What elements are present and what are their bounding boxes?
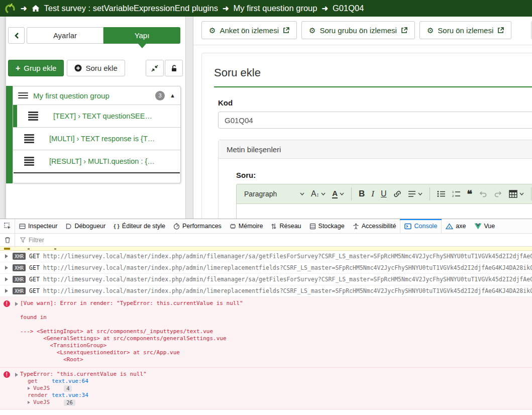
chevron-down-icon: [321, 192, 326, 195]
tab-console[interactable]: Console: [400, 219, 442, 233]
expand-triangle-icon[interactable]: [5, 289, 8, 293]
toolbar-separator: [531, 187, 531, 200]
question-richtext-editor[interactable]: [236, 204, 532, 219]
home-icon[interactable]: [32, 5, 40, 12]
tab-accessibility[interactable]: Accessibilité: [349, 219, 400, 233]
align-dropdown[interactable]: [405, 186, 425, 201]
console-network-row[interactable]: XHR GET http://limesurvey.local/master/i…: [0, 262, 532, 274]
tab-storage[interactable]: Stockage: [305, 219, 349, 233]
insert-table-dropdown[interactable]: [506, 186, 526, 201]
filter-icon: [20, 237, 26, 243]
survey-preview-button[interactable]: ⚙ Anket ön izlemesi: [201, 21, 297, 39]
question-item-label: [TEXT] › TEXT questionSEE…: [53, 112, 152, 120]
expand-triangle-icon[interactable]: [28, 387, 30, 390]
question-group-title[interactable]: My first question group: [33, 91, 155, 100]
tab-network[interactable]: Réseau: [267, 219, 305, 233]
lock-organize-button[interactable]: [165, 60, 183, 76]
question-preview-button[interactable]: ⚙ Soru ön izlemesi: [419, 21, 511, 39]
link-button[interactable]: [391, 186, 404, 201]
sidebar-tabs: Ayarlar Yapı: [27, 27, 180, 44]
expand-triangle-icon[interactable]: [5, 277, 8, 281]
add-group-button[interactable]: + Grup ekle: [8, 60, 64, 76]
drag-handle-icon[interactable]: [18, 92, 28, 99]
font-color-dropdown[interactable]: A: [330, 186, 347, 201]
memory-icon: [230, 223, 236, 230]
limesurvey-logo-icon: [4, 3, 16, 15]
tab-axe[interactable]: axe: [442, 219, 470, 233]
text-components-header[interactable]: Metin bileşenleri: [219, 140, 532, 159]
gear-icon: ⚙: [309, 27, 315, 34]
xhr-badge: XHR: [13, 253, 26, 260]
tab-structure[interactable]: Yapı: [103, 27, 180, 44]
font-size-dropdown[interactable]: A↕: [308, 186, 328, 201]
pick-element-button[interactable]: [0, 219, 15, 233]
numbered-list-button[interactable]: 1 2: [450, 186, 463, 201]
console-network-row[interactable]: XHR GET http://limesurvey.local/master/i…: [0, 251, 532, 262]
collapse-caret-icon[interactable]: ▲: [170, 92, 175, 98]
tab-vue[interactable]: Vue: [470, 219, 499, 233]
console-error-typeerror[interactable]: ! TypeError: "this.currentValue is null"…: [0, 368, 532, 409]
blockquote-button[interactable]: ❝: [465, 186, 475, 201]
console-error-vue-warn[interactable]: ! [Vue warn]: Error in render: "TypeErro…: [0, 297, 532, 368]
group-accent-bar: [6, 86, 13, 183]
source-link[interactable]: text.vue:34: [52, 392, 88, 399]
console-input-row[interactable]: »: [0, 409, 532, 415]
page-title: Soru ekle: [214, 66, 532, 87]
italic-button[interactable]: I: [369, 186, 377, 201]
expand-triangle-icon[interactable]: [28, 401, 30, 404]
request-url[interactable]: http://limesurvey.local/master/index.php…: [43, 287, 532, 294]
expand-triangle-icon[interactable]: [15, 302, 18, 306]
expand-triangle-icon[interactable]: [5, 266, 8, 270]
breadcrumb-group[interactable]: My first question group: [234, 4, 317, 13]
console-network-row[interactable]: XHR GET http://limesurvey.local/master/i…: [0, 274, 532, 285]
console-network-row[interactable]: XHR GET http://limesurvey.local/master/i…: [0, 285, 532, 297]
stack-frame-collapsed[interactable]: VueJS 26: [28, 399, 532, 406]
tab-memory[interactable]: Mémoire: [226, 219, 267, 233]
question-item[interactable]: [MULTI] › TEXT response is {T…: [13, 127, 180, 150]
breadcrumb-arrow-icon: ➜: [322, 5, 328, 12]
expand-triangle-icon[interactable]: [5, 254, 8, 258]
drag-handle-icon[interactable]: [24, 134, 34, 143]
drag-handle-icon[interactable]: [24, 157, 34, 166]
console-filter-input[interactable]: [29, 237, 179, 244]
preview-toolbar: ⚙ Anket ön izlemesi ⚙ Soru grubu ön izle…: [193, 17, 532, 39]
stack-frame-collapsed[interactable]: VueJS 4: [28, 385, 532, 392]
gear-icon: ⚙: [427, 27, 434, 34]
chevron-down-icon: [340, 192, 344, 195]
add-question-button[interactable]: Soru ekle: [67, 60, 125, 76]
expand-triangle-icon[interactable]: [15, 373, 18, 377]
breadcrumb-survey[interactable]: Test survey : setVariableExpressionEnd p…: [44, 4, 218, 13]
sidebar-collapse-button[interactable]: [8, 27, 25, 44]
vue-icon: [474, 223, 482, 230]
tab-inspector[interactable]: Inspecteur: [15, 219, 61, 233]
bold-button[interactable]: B: [356, 186, 367, 201]
stack-trace: get text.vue:64 VueJS 4 render text.vue:…: [28, 378, 532, 409]
undo-button[interactable]: [476, 186, 490, 201]
question-preview-label: Soru ön izlemesi: [438, 26, 493, 35]
tab-performance[interactable]: Performances: [169, 219, 226, 233]
bulleted-list-button[interactable]: [435, 186, 448, 201]
drag-handle-icon[interactable]: [28, 112, 38, 121]
collapse-all-button[interactable]: [146, 60, 164, 76]
redo-button[interactable]: [491, 186, 505, 201]
tab-debugger[interactable]: Débogueur: [61, 219, 110, 233]
divider: [193, 45, 532, 45]
clear-console-button[interactable]: [0, 234, 15, 246]
console-warning-row-clipped[interactable]: [0, 247, 532, 251]
request-url[interactable]: http://limesurvey.local/master/index.php…: [43, 276, 532, 283]
performance-icon: [173, 223, 180, 230]
request-url[interactable]: http://limesurvey.local/master/index.php…: [43, 253, 532, 260]
tab-style-editor[interactable]: { } Éditeur de style: [110, 219, 169, 233]
question-item[interactable]: [RESULT] › MULTI.question : {…: [13, 150, 180, 172]
tab-settings[interactable]: Ayarlar: [27, 27, 103, 44]
question-code-input[interactable]: [218, 112, 532, 129]
request-url[interactable]: http://limesurvey.local/master/index.php…: [43, 264, 532, 271]
breadcrumb-question[interactable]: G01Q04: [333, 4, 364, 13]
sidebar-actions: + Grup ekle Soru ekle: [8, 60, 183, 76]
group-preview-button[interactable]: ⚙ Soru grubu ön izlemesi: [301, 21, 415, 39]
underline-button[interactable]: U: [378, 186, 389, 201]
source-link[interactable]: text.vue:64: [52, 378, 88, 385]
question-item[interactable]: [TEXT] › TEXT questionSEE…: [13, 105, 180, 127]
question-group-header[interactable]: My first question group 3 ▲: [13, 86, 180, 105]
paragraph-style-dropdown[interactable]: Paragraph: [242, 186, 307, 201]
